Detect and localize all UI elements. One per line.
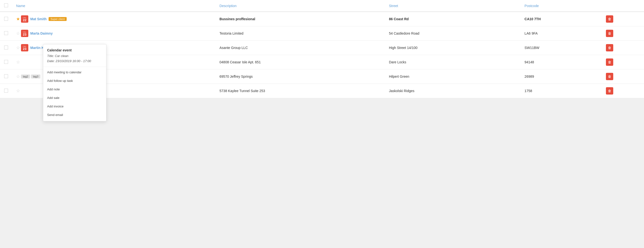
name-cell: ☆: [12, 84, 216, 98]
row-checkbox[interactable]: [4, 31, 8, 35]
star-icon-empty[interactable]: ☆: [16, 74, 20, 79]
table-header-row: Name Description Street Postcode: [0, 0, 644, 12]
row-checkbox[interactable]: [4, 74, 8, 78]
calendar-popup: Calendar event Title: Car clean Date: 23…: [43, 44, 106, 121]
name-cell: ☆ tag2 tag3: [12, 69, 216, 84]
postcode-cell: SW11BW: [521, 41, 602, 55]
delete-button[interactable]: 🗑: [606, 15, 613, 23]
postcode-cell: 26989: [521, 69, 602, 84]
description-cell: Asante Group LLC: [216, 41, 385, 55]
row-checkbox-cell[interactable]: [0, 41, 12, 55]
checkbox-header[interactable]: [0, 0, 12, 12]
star-icon-filled[interactable]: ★: [16, 16, 20, 22]
delete-button[interactable]: 🗑: [606, 73, 613, 80]
popup-menu-item-email[interactable]: Send email: [43, 111, 106, 119]
postcode-text: SW11BW: [524, 46, 540, 50]
description-text: Testoria Limited: [220, 31, 244, 35]
street-cell: 54 Castledore Road: [385, 26, 520, 41]
popup-date-line: Date: 23/10/2019 16:00 - 17:00: [47, 59, 102, 64]
name-cell: ☆: [12, 55, 216, 69]
delete-button[interactable]: 🗑: [606, 30, 613, 37]
street-column-header: Street: [385, 0, 520, 12]
star-icon-empty[interactable]: ☆: [16, 31, 20, 36]
street-cell: High Street 14/100: [385, 41, 520, 55]
description-cell: Testoria Limited: [216, 26, 385, 41]
row-checkbox-cell[interactable]: [0, 55, 12, 69]
delete-button[interactable]: 🗑: [606, 44, 613, 51]
postcode-cell: CA10 7TH: [521, 12, 602, 26]
description-cell: 69570 Jeffrey Springs: [216, 69, 385, 84]
postcode-cell: LA6 9FA: [521, 26, 602, 41]
actions-cell: 🗑: [602, 84, 644, 98]
row-checkbox-cell[interactable]: [0, 26, 12, 41]
postcode-text: 94148: [524, 60, 534, 64]
popup-menu-item-followup[interactable]: Add follow up task: [43, 77, 106, 85]
description-text: 69570 Jeffrey Springs: [220, 75, 253, 78]
popup-date-label: Date:: [47, 59, 55, 63]
table-row: ★ CAL 22 Mat Smith Super client Bussines…: [0, 12, 644, 26]
description-text: 04808 Ceasar Isle Apt. 651: [220, 60, 261, 64]
calendar-icon[interactable]: CAL 23: [21, 30, 28, 37]
row-checkbox[interactable]: [4, 46, 8, 49]
description-column-header: Description: [216, 0, 385, 12]
description-text: 5738 Kaylee Tunnel Suite 253: [220, 89, 265, 93]
contact-name-link[interactable]: Mat Smith: [30, 17, 47, 21]
actions-cell: 🗑: [602, 41, 644, 55]
description-text: Asante Group LLC: [220, 46, 248, 50]
row-checkbox[interactable]: [4, 17, 8, 21]
actions-cell: 🗑: [602, 12, 644, 26]
actions-cell: 🗑: [602, 26, 644, 41]
name-cell: ☆ CAL 23 Marta Daimny: [12, 26, 216, 41]
star-icon-empty[interactable]: ☆: [16, 88, 20, 94]
actions-cell: 🗑: [602, 55, 644, 69]
description-cell: 04808 Ceasar Isle Apt. 651: [216, 55, 385, 69]
postcode-cell: 1758: [521, 84, 602, 98]
description-cell: Bussines proffesional: [216, 12, 385, 26]
super-client-badge: Super client: [48, 17, 67, 21]
popup-event-label: Calendar event: [47, 48, 102, 52]
tag: tag3: [31, 75, 40, 78]
actions-column-header: [602, 0, 644, 12]
row-checkbox-cell[interactable]: [0, 84, 12, 98]
popup-menu-item-invoice[interactable]: Add invoice: [43, 102, 106, 111]
select-all-checkbox[interactable]: [4, 3, 8, 7]
street-cell: 86 Coast Rd: [385, 12, 520, 26]
postcode-column-header: Postcode: [521, 0, 602, 12]
description-cell: 5738 Kaylee Tunnel Suite 253: [216, 84, 385, 98]
street-cell: Dare Locks: [385, 55, 520, 69]
street-text: High Street 14/100: [389, 46, 418, 50]
postcode-cell: 94148: [521, 55, 602, 69]
street-text: Jaskolski Ridges: [389, 89, 414, 93]
street-cell: Hilpert Green: [385, 69, 520, 84]
street-text: 54 Castledore Road: [389, 31, 420, 35]
row-checkbox-cell[interactable]: [0, 69, 12, 84]
popup-date-value: 23/10/2019 16:00 - 17:00: [56, 59, 91, 63]
delete-button[interactable]: 🗑: [606, 87, 613, 95]
popup-menu-item-calendar[interactable]: Add meeting to calendar: [43, 68, 106, 77]
row-checkbox-cell[interactable]: [0, 12, 12, 26]
calendar-icon[interactable]: CAL 23: [21, 44, 28, 51]
postcode-text: 1758: [524, 89, 532, 93]
description-text: Bussines proffesional: [220, 17, 255, 21]
tag: tag2: [21, 75, 30, 78]
delete-button[interactable]: 🗑: [606, 58, 613, 66]
street-text: Hilpert Green: [389, 75, 409, 78]
postcode-text: LA6 9FA: [524, 31, 538, 35]
popup-event-info: Calendar event Title: Car clean Date: 23…: [43, 48, 106, 67]
popup-menu-item-note[interactable]: Add note: [43, 85, 106, 94]
popup-title-line: Title: Car clean: [47, 54, 102, 59]
actions-cell: 🗑: [602, 69, 644, 84]
row-checkbox[interactable]: [4, 60, 8, 64]
star-icon-empty[interactable]: ☆: [16, 59, 20, 65]
popup-menu-item-sale[interactable]: Add sale: [43, 94, 106, 102]
contacts-table: Name Description Street Postcode ★ CAL: [0, 0, 644, 98]
row-checkbox[interactable]: [4, 89, 8, 93]
star-icon-empty[interactable]: ☆: [16, 45, 20, 50]
contacts-table-container: Name Description Street Postcode ★ CAL: [0, 0, 644, 98]
contact-name-link[interactable]: Marta Daimny: [30, 31, 53, 35]
postcode-text: CA10 7TH: [524, 17, 541, 21]
popup-title-value: Car clean: [55, 54, 68, 58]
postcode-text: 26989: [524, 75, 534, 78]
street-text: Dare Locks: [389, 60, 406, 64]
calendar-icon[interactable]: CAL 22: [21, 15, 28, 23]
